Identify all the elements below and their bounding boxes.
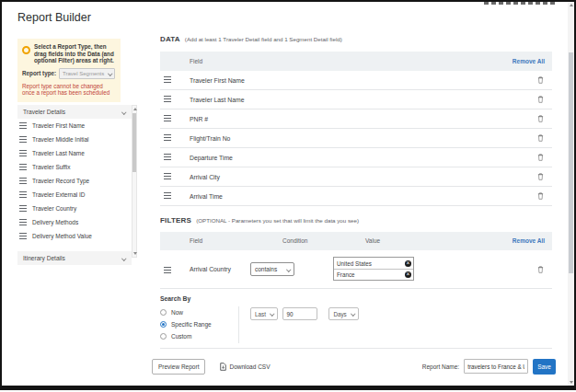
page-title: Report Builder — [17, 11, 91, 24]
radio-selected-icon[interactable] — [160, 321, 167, 328]
range-unit-select[interactable]: Days — [328, 307, 359, 320]
filter-condition-value: contains — [255, 266, 277, 272]
sidebar-field-traveler-record-type[interactable]: Traveler Record Type — [17, 174, 132, 188]
data-row-arrival-time[interactable]: Arrival Time — [160, 187, 552, 206]
data-row-flight-train-no[interactable]: Flight/Train No — [160, 129, 552, 148]
drag-handle-icon[interactable] — [164, 96, 171, 102]
section-label: Traveler Details — [23, 109, 65, 115]
save-button[interactable]: Save — [533, 359, 556, 375]
drag-handle-icon[interactable] — [19, 219, 27, 225]
radio-icon[interactable] — [160, 309, 167, 316]
trash-icon[interactable] — [537, 192, 544, 200]
radio-option-custom[interactable]: Custom — [160, 330, 552, 342]
sidebar-field-traveler-last-name[interactable]: Traveler Last Name — [17, 146, 132, 160]
filter-field-label: Arrival Country — [190, 266, 231, 272]
data-remove-all-link[interactable]: Remove All — [513, 58, 545, 64]
panel-scrollbar[interactable] — [132, 105, 137, 258]
search-by-section: Search By Now Specific Range Custom — [160, 293, 552, 349]
download-csv-label: Download CSV — [229, 363, 270, 370]
alert-circle-icon — [22, 46, 30, 54]
trash-icon[interactable] — [537, 96, 544, 103]
drag-handle-icon[interactable] — [164, 267, 171, 273]
scrollbar-thumb[interactable] — [132, 113, 136, 172]
section-traveler-details[interactable]: Traveler Details — [17, 105, 132, 119]
sidebar-field-traveler-first-name[interactable]: Traveler First Name — [17, 119, 132, 133]
report-builder-page: Report Builder Select a Report Type, the… — [0, 0, 576, 390]
drag-handle-icon[interactable] — [19, 205, 27, 212]
data-row-traveler-last-name[interactable]: Traveler Last Name — [160, 90, 552, 110]
data-table-header: Field Remove All — [160, 52, 552, 71]
vertical-divider — [238, 306, 239, 343]
field-label: Traveler Middle Initial — [32, 136, 89, 143]
data-row-label: Flight/Train No — [190, 135, 230, 142]
section-itinerary-details[interactable]: Itinerary Details — [17, 251, 132, 265]
radio-label: Specific Range — [171, 321, 212, 328]
drag-handle-icon[interactable] — [19, 191, 27, 198]
trash-icon[interactable] — [537, 76, 544, 84]
sidebar-field-traveler-middle-initial[interactable]: Traveler Middle Initial — [17, 133, 132, 146]
remove-value-icon[interactable] — [405, 271, 411, 278]
drag-handle-icon[interactable] — [164, 134, 171, 141]
trash-icon[interactable] — [537, 134, 544, 142]
preview-report-button[interactable]: Preview Report — [152, 359, 205, 375]
report-type-select[interactable]: Travel Segments — [59, 68, 115, 79]
range-modifier-select[interactable]: Last — [250, 307, 278, 320]
drag-handle-icon[interactable] — [19, 122, 27, 129]
drag-handle-icon[interactable] — [164, 76, 171, 83]
sidebar-field-traveler-suffix[interactable]: Traveler Suffix — [17, 160, 132, 174]
sidebar-field-traveler-external-id[interactable]: Traveler External ID — [17, 188, 132, 202]
download-csv-link[interactable]: Download CSV — [220, 363, 270, 371]
report-type-value: Travel Segments — [63, 71, 104, 76]
drag-handle-icon[interactable] — [164, 173, 171, 179]
data-row-traveler-first-name[interactable]: Traveler First Name — [160, 71, 552, 90]
scrollbar-thumb[interactable] — [569, 52, 573, 273]
download-icon — [220, 363, 226, 371]
filter-value-column-header: Value — [365, 237, 380, 244]
filter-condition-select[interactable]: contains — [250, 262, 294, 276]
report-name-input[interactable] — [464, 359, 528, 374]
sidebar-field-traveler-country[interactable]: Traveler Country — [17, 202, 132, 215]
report-type-warning: Report type cannot be changed once a rep… — [22, 83, 115, 97]
data-row-pnr[interactable]: PNR # — [160, 110, 552, 129]
field-label: Delivery Methods — [32, 219, 78, 225]
drag-handle-icon[interactable] — [19, 136, 27, 143]
scroll-down-icon[interactable] — [133, 252, 137, 255]
drag-handle-icon[interactable] — [19, 233, 27, 239]
data-row-arrival-city[interactable]: Arrival City — [160, 167, 552, 187]
section-label: Itinerary Details — [23, 255, 65, 261]
scroll-down-icon[interactable] — [570, 381, 573, 384]
trash-icon[interactable] — [537, 115, 544, 122]
scroll-up-icon[interactable] — [570, 4, 573, 6]
data-section-heading: DATA (Add at least 1 Traveler Detail fie… — [160, 35, 342, 43]
scroll-up-icon[interactable] — [133, 108, 137, 110]
filter-value-text: France — [337, 271, 355, 278]
field-column-header: Field — [190, 58, 202, 64]
drag-handle-icon[interactable] — [19, 164, 27, 170]
drag-handle-icon[interactable] — [164, 192, 171, 199]
drag-handle-icon[interactable] — [19, 178, 27, 184]
trash-icon[interactable] — [537, 154, 544, 161]
data-row-departure-time[interactable]: Departure Time — [160, 148, 552, 167]
search-by-title: Search By — [160, 295, 552, 302]
drag-handle-icon[interactable] — [164, 154, 171, 160]
radio-label: Custom — [171, 333, 191, 340]
range-amount-input[interactable] — [282, 307, 317, 320]
drag-handle-icon[interactable] — [19, 150, 27, 156]
chevron-down-icon — [121, 256, 126, 260]
drag-handle-icon[interactable] — [164, 115, 171, 121]
sidebar-field-delivery-method-value[interactable]: Delivery Method Value — [17, 229, 132, 243]
filters-remove-all-link[interactable]: Remove All — [513, 237, 545, 244]
remove-value-icon[interactable] — [405, 260, 411, 267]
data-row-label: Arrival Time — [190, 193, 223, 200]
data-title: DATA — [160, 35, 180, 43]
range-unit-value: Days — [333, 311, 346, 317]
radio-label: Now — [171, 309, 183, 316]
radio-icon[interactable] — [160, 333, 167, 340]
trash-icon[interactable] — [537, 266, 544, 273]
filter-row-arrival-country[interactable]: Arrival Country contains United States F… — [160, 250, 552, 289]
field-label: Traveler Suffix — [32, 164, 71, 170]
filter-field-column-header: Field — [190, 237, 202, 244]
trash-icon[interactable] — [537, 173, 544, 180]
page-scrollbar[interactable] — [568, 2, 574, 386]
sidebar-field-delivery-methods[interactable]: Delivery Methods — [17, 215, 132, 229]
